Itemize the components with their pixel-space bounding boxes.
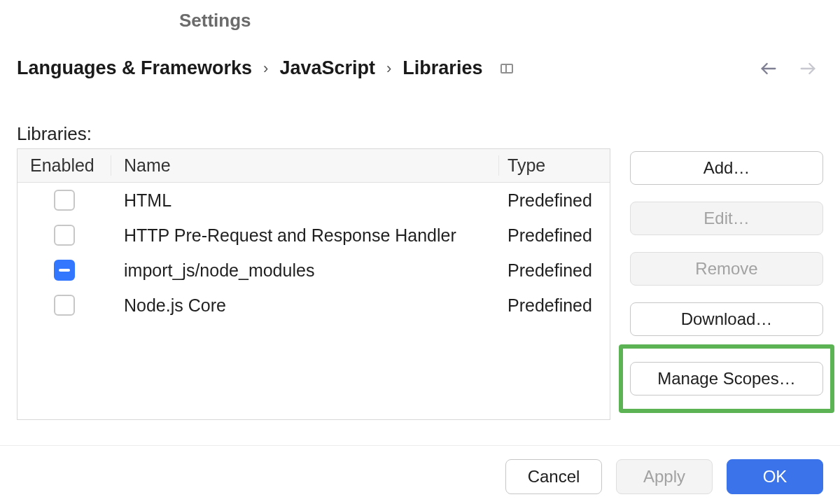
- chevron-right-icon: ›: [263, 59, 268, 78]
- cancel-button[interactable]: Cancel: [505, 459, 602, 494]
- library-name: Node.js Core: [111, 295, 499, 316]
- manage-scopes-highlight: Manage Scopes…: [619, 344, 834, 413]
- libraries-label: Libraries:: [17, 123, 92, 145]
- table-row[interactable]: Node.js Core Predefined: [18, 288, 610, 323]
- add-button[interactable]: Add…: [630, 151, 823, 185]
- panel-icon: [500, 64, 513, 74]
- table-row[interactable]: HTTP Pre-Request and Response Handler Pr…: [18, 218, 610, 253]
- enabled-checkbox[interactable]: [54, 260, 75, 281]
- enabled-checkbox[interactable]: [54, 295, 75, 316]
- libraries-table: Enabled Name Type HTML Predefined HTTP P…: [17, 148, 610, 420]
- enabled-checkbox[interactable]: [54, 225, 75, 246]
- breadcrumb: Languages & Frameworks › JavaScript › Li…: [17, 57, 513, 79]
- manage-scopes-button[interactable]: Manage Scopes…: [630, 362, 823, 396]
- settings-heading: Settings: [179, 10, 251, 31]
- nav-back-button[interactable]: [759, 59, 778, 78]
- remove-button[interactable]: Remove: [630, 252, 823, 286]
- table-row[interactable]: HTML Predefined: [18, 183, 610, 218]
- col-header-name[interactable]: Name: [111, 155, 499, 176]
- table-row[interactable]: import_js/node_modules Predefined: [18, 253, 610, 288]
- apply-button[interactable]: Apply: [616, 459, 713, 494]
- library-type: Predefined: [499, 190, 610, 211]
- edit-button[interactable]: Edit…: [630, 202, 823, 235]
- library-type: Predefined: [499, 260, 610, 281]
- library-type: Predefined: [499, 295, 610, 316]
- breadcrumb-item[interactable]: Libraries: [402, 57, 482, 79]
- nav-forward-button[interactable]: [798, 59, 818, 78]
- download-button[interactable]: Download…: [630, 302, 823, 336]
- table-header: Enabled Name Type: [18, 149, 610, 183]
- enabled-checkbox[interactable]: [54, 190, 75, 211]
- library-name: HTML: [111, 190, 499, 211]
- col-header-type[interactable]: Type: [499, 155, 610, 176]
- col-header-enabled[interactable]: Enabled: [18, 155, 111, 176]
- footer-separator: [0, 445, 840, 446]
- library-type: Predefined: [499, 225, 610, 246]
- breadcrumb-item[interactable]: JavaScript: [279, 57, 375, 79]
- breadcrumb-item[interactable]: Languages & Frameworks: [17, 57, 252, 79]
- library-name: import_js/node_modules: [111, 260, 499, 281]
- chevron-right-icon: ›: [386, 59, 391, 78]
- ok-button[interactable]: OK: [727, 459, 823, 494]
- library-name: HTTP Pre-Request and Response Handler: [111, 225, 499, 246]
